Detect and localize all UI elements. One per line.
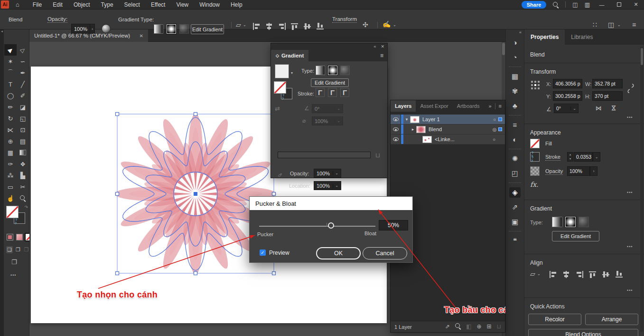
appearance-more-icon[interactable]: ••• <box>627 190 633 195</box>
panel-collapse-icon[interactable]: « <box>373 44 376 49</box>
tab-properties[interactable]: Properties <box>524 29 565 45</box>
aspect-ratio-field[interactable]: 100%⌄ <box>312 116 343 125</box>
mesh-tool[interactable]: ▦ <box>4 147 17 158</box>
type-tool[interactable]: T <box>4 78 17 90</box>
shaper-chevron-icon[interactable]: ⌄ <box>393 23 396 27</box>
props-vertical-align-bottom[interactable] <box>616 271 624 278</box>
fx-button[interactable]: fx. <box>530 181 539 188</box>
align-to-chevron[interactable]: ⌄ <box>537 272 541 276</box>
toolbar-scroll-strip[interactable]: ◂ <box>0 29 4 336</box>
flip-vertical-icon[interactable]: ⋈ <box>610 105 617 111</box>
workspace-chevron-icon[interactable]: ⌄ <box>617 23 621 27</box>
opacity-panel-arrow[interactable]: › <box>590 166 597 176</box>
reference-point-grid[interactable] <box>530 80 541 90</box>
rotate-angle-field[interactable]: 0°⌄ <box>554 104 579 113</box>
slice-tool[interactable]: ✂ <box>17 181 29 192</box>
column-graph-tool[interactable]: ▙ <box>17 170 29 181</box>
gradient-preview-swatch[interactable] <box>275 64 289 78</box>
stroke-across-icon[interactable]: Γ <box>340 88 349 97</box>
fill-none-swatch[interactable] <box>6 206 19 218</box>
visibility-cell[interactable] <box>391 115 401 124</box>
props-horizontal-align-center[interactable] <box>562 271 570 278</box>
free-transform-tool[interactable]: ⊡ <box>17 124 29 135</box>
opacity-panel-label[interactable]: Opacity <box>545 168 563 175</box>
pen-tool[interactable]: ✒ <box>17 67 29 78</box>
pucker-value-field[interactable]: 50% <box>379 220 408 230</box>
layer-chevron-icon[interactable]: ▸ <box>410 127 416 132</box>
preview-label[interactable]: Preview <box>269 250 289 256</box>
pucker-slider-track[interactable] <box>259 226 375 227</box>
layer-thumbnail[interactable] <box>416 126 426 133</box>
dock-export-icon[interactable]: ⇗ <box>505 200 524 214</box>
dock-transparency-icon[interactable]: ◐ <box>505 132 524 147</box>
tab-asset-export[interactable]: Asset Expor <box>416 100 452 112</box>
dock-pathfinder-icon[interactable]: ◰ <box>505 166 524 181</box>
document-close-icon[interactable]: ✕ <box>140 33 143 38</box>
new-layer-icon[interactable]: ⊞ <box>487 323 492 330</box>
restore-button[interactable] <box>614 2 624 8</box>
panel-freeform-swatch[interactable] <box>340 66 350 75</box>
rotate-tool[interactable]: ↻ <box>4 113 17 124</box>
layer-target-icon[interactable]: ○ <box>490 137 498 142</box>
align-to-selection-icon[interactable]: ▱ <box>236 21 241 29</box>
opacity-swatch[interactable] <box>530 166 540 176</box>
recolor-artwork-icon[interactable] <box>102 24 111 33</box>
tab-layers[interactable]: Layers <box>391 100 416 112</box>
dock-color-icon[interactable]: ◑ <box>505 35 524 50</box>
layer-row[interactable]: <Linke...○ <box>391 134 505 144</box>
panel-linear-swatch[interactable] <box>316 66 325 75</box>
tab-artboards[interactable]: Artboards <box>453 100 484 112</box>
align-to-icon[interactable]: ▱ <box>530 270 535 278</box>
transform-scale-icon[interactable]: ✣ <box>363 21 368 29</box>
magic-wand-tool[interactable]: ✶ <box>4 56 17 67</box>
transform-link[interactable]: Transform <box>332 16 357 23</box>
gradient-linear-swatch[interactable] <box>154 24 163 34</box>
fill-swatch[interactable] <box>530 139 540 148</box>
stroke-weight-field[interactable]: 0.0353 <box>574 152 593 162</box>
hand-tool[interactable]: ☝ <box>4 192 17 204</box>
opacity-panel-field[interactable]: 100% <box>567 166 590 176</box>
line-segment-tool[interactable]: ╱ <box>17 78 29 90</box>
gradient-more-icon[interactable]: ••• <box>627 244 633 249</box>
ok-button[interactable]: OK <box>316 247 361 259</box>
panel-menu-icon[interactable]: ≡ <box>632 21 636 29</box>
dock-comments-icon[interactable]: ❝ <box>505 233 524 248</box>
locate-object-icon[interactable] <box>455 323 461 330</box>
gradient-radial-swatch[interactable] <box>167 24 176 34</box>
cb-vertical-align-bottom[interactable] <box>317 23 325 30</box>
zoom-tool[interactable] <box>17 192 29 204</box>
h-field[interactable]: 370 pt <box>592 91 623 101</box>
panel-edit-gradient-button[interactable]: Edit Gradient <box>311 78 349 87</box>
recolor-button[interactable]: Recolor <box>528 314 581 325</box>
opacity-arrow[interactable]: › <box>90 24 95 34</box>
w-field[interactable]: 352.78 pt <box>592 79 623 88</box>
gradient-eyedropper-icon[interactable]: ✑ <box>276 171 284 179</box>
blend-options-button[interactable]: Blend Options <box>528 329 638 336</box>
stroke-weight-stepper[interactable]: ▴▾ <box>567 152 573 162</box>
properties-scroll-thumb[interactable] <box>641 48 643 65</box>
gradient-panel-tab[interactable]: ◇ Gradient <box>271 50 308 61</box>
gradient-freeform-swatch[interactable] <box>179 24 189 34</box>
y-field[interactable]: 300.2558 p <box>553 91 582 101</box>
panel-radial-swatch[interactable] <box>328 66 337 75</box>
preview-checkbox[interactable]: ✓ <box>260 250 266 256</box>
menu-window[interactable]: Window <box>199 1 220 8</box>
cb-vertical-align-top[interactable] <box>291 23 299 30</box>
selection-tool[interactable]: ▶ <box>4 44 17 56</box>
layer-target-icon[interactable]: ◎ <box>491 127 498 132</box>
ellipse-tool[interactable]: ◯ <box>4 90 17 101</box>
menu-view[interactable]: View <box>176 1 188 8</box>
shaper-pen-icon[interactable]: ✍ <box>383 20 391 28</box>
transform-more-icon[interactable]: ••• <box>627 115 633 120</box>
flip-horizontal-icon[interactable]: ⋈ <box>596 105 602 112</box>
panel-close-icon[interactable]: ✕ <box>381 44 384 49</box>
menu-object[interactable]: Object <box>74 1 90 8</box>
width-tool[interactable]: ⋉ <box>4 124 17 135</box>
props-edit-gradient-button[interactable]: Edit Gradient <box>552 231 599 241</box>
share-button[interactable]: Share <box>522 1 547 9</box>
close-button[interactable]: ✕ <box>631 1 641 8</box>
scale-tool[interactable]: ◱ <box>17 113 29 124</box>
menu-edit[interactable]: Edit <box>53 1 63 8</box>
layer-row[interactable]: ▾Layer 1○ <box>391 115 505 125</box>
docs-arrangement-icon[interactable]: ∷ <box>593 21 597 29</box>
